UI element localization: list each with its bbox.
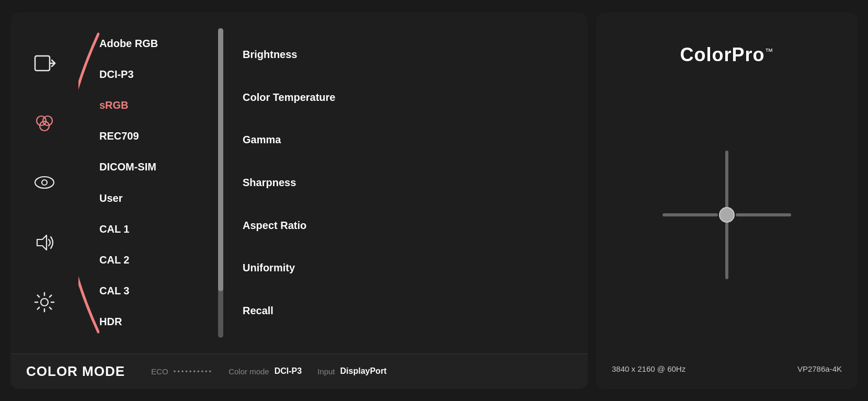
input-group: Input DisplayPort xyxy=(317,366,386,376)
svg-point-5 xyxy=(35,177,54,188)
color-mode-group: Color mode DCI-P3 xyxy=(229,366,302,376)
color-mode-srgb[interactable]: sRGB xyxy=(99,97,204,113)
right-panel-footer: 3840 x 2160 @ 60Hz VP2786a-4K xyxy=(607,364,847,373)
color-mode-cal1[interactable]: CAL 1 xyxy=(99,221,204,237)
svg-point-6 xyxy=(42,180,47,185)
color-icon[interactable] xyxy=(30,108,59,138)
color-mode-rec709[interactable]: REC709 xyxy=(99,128,204,144)
color-mode-cal3[interactable]: CAL 3 xyxy=(99,283,204,299)
svg-point-13 xyxy=(719,208,734,222)
menu-gamma[interactable]: Gamma xyxy=(243,132,572,148)
curve-selector xyxy=(78,23,99,343)
gear-icon[interactable] xyxy=(30,288,59,317)
scrollbar-track xyxy=(218,28,223,338)
resolution-info: 3840 x 2160 @ 60Hz xyxy=(612,364,686,373)
color-mode-key: Color mode xyxy=(229,367,269,376)
menu-brightness[interactable]: Brightness xyxy=(243,47,572,63)
menu-sharpness[interactable]: Sharpness xyxy=(243,175,572,191)
status-bar: COLOR MODE ECO •••••••••• Color mode DCI… xyxy=(10,353,588,389)
colorpro-logo: ColorPro™ xyxy=(680,44,773,66)
svg-marker-7 xyxy=(37,235,47,250)
color-mode-dci-p3[interactable]: DCI-P3 xyxy=(99,66,204,83)
eco-key: ECO xyxy=(151,367,168,376)
input-icon[interactable] xyxy=(30,49,59,78)
menu-color-temp[interactable]: Color Temperature xyxy=(243,89,572,106)
svg-rect-0 xyxy=(35,56,50,71)
menu-uniformity[interactable]: Uniformity xyxy=(243,260,572,276)
audio-icon[interactable] xyxy=(30,228,59,257)
eye-icon[interactable] xyxy=(30,168,59,197)
model-name: VP2786a-4K xyxy=(797,364,842,373)
color-mode-dicom-sim[interactable]: DICOM-SIM xyxy=(99,159,204,175)
eco-group: ECO •••••••••• xyxy=(151,367,213,376)
left-panel: Adobe RGB DCI-P3 sRGB REC709 DICOM-SIM U… xyxy=(10,13,588,389)
scrollbar[interactable] xyxy=(214,23,227,343)
left-panel-content: Adobe RGB DCI-P3 sRGB REC709 DICOM-SIM U… xyxy=(10,13,588,353)
input-value: DisplayPort xyxy=(340,366,387,376)
color-mode-user[interactable]: User xyxy=(99,190,204,207)
crosshair-graphic xyxy=(654,142,800,288)
color-mode-adobe-rgb[interactable]: Adobe RGB xyxy=(99,36,204,52)
color-mode-list: Adobe RGB DCI-P3 sRGB REC709 DICOM-SIM U… xyxy=(99,23,204,343)
menu-aspect-ratio[interactable]: Aspect Ratio xyxy=(243,217,572,234)
color-mode-hdr[interactable]: HDR xyxy=(99,314,204,330)
main-container: Adobe RGB DCI-P3 sRGB REC709 DICOM-SIM U… xyxy=(10,13,858,389)
color-mode-label: COLOR MODE xyxy=(26,363,125,380)
right-panel: ColorPro™ 3840 x 2160 @ 60Hz VP2786a-4K xyxy=(596,13,858,389)
eco-dots: •••••••••• xyxy=(174,368,213,375)
color-mode-cal2[interactable]: CAL 2 xyxy=(99,252,204,268)
right-menu: Brightness Color Temperature Gamma Sharp… xyxy=(227,23,588,343)
sidebar-icons xyxy=(10,23,78,343)
menu-recall[interactable]: Recall xyxy=(243,303,572,319)
svg-point-8 xyxy=(41,299,48,306)
color-mode-value: DCI-P3 xyxy=(275,366,302,376)
scrollbar-thumb xyxy=(218,28,223,291)
input-key: Input xyxy=(317,367,335,376)
